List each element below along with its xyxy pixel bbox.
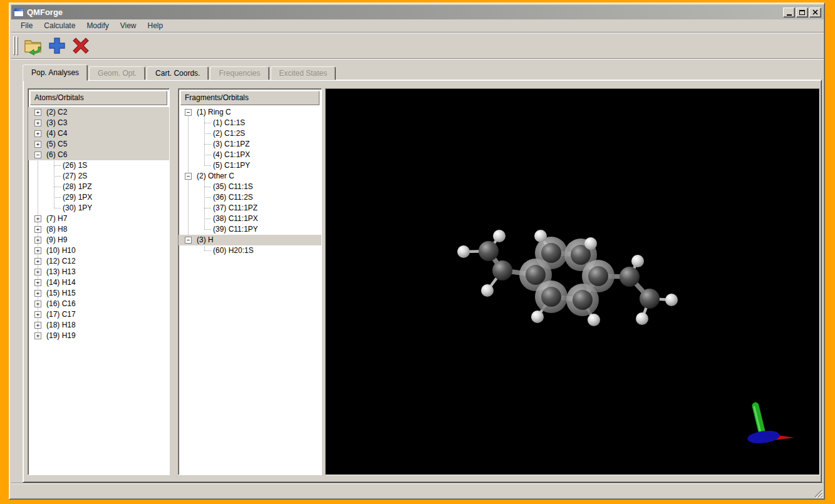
atoms-tree-item-17-c17[interactable]: +(17) C17 (28, 309, 169, 320)
add-plus-icon (47, 36, 67, 56)
titlebar[interactable]: QMForge (11, 5, 824, 19)
atom-C[interactable] (492, 260, 512, 280)
atoms-tree-item-4-c4[interactable]: +(4) C4 (28, 128, 169, 139)
atoms-tree-item-16-c16[interactable]: +(16) C16 (28, 299, 169, 309)
close-button[interactable] (809, 8, 821, 18)
fragments-tree-item-2-c1-2s[interactable]: (2) C1:2S (179, 128, 321, 139)
fragments-tree-item-39-c11-1py[interactable]: (39) C11:1PY (179, 224, 321, 235)
atoms-tree-item-30-1py[interactable]: (30) 1PY (28, 203, 169, 213)
tab-frequencies[interactable]: Frequencies (210, 66, 269, 80)
fragments-tree-item-2-other-c[interactable]: −(2) Other C (179, 171, 321, 182)
expand-toggle-icon[interactable]: + (34, 237, 41, 244)
open-file-button[interactable] (21, 34, 45, 57)
atoms-tree-item-10-h10[interactable]: +(10) H10 (28, 245, 169, 256)
add-button[interactable] (45, 34, 69, 57)
atoms-tree-item-28-1pz[interactable]: (28) 1PZ (28, 182, 169, 192)
expand-toggle-icon[interactable]: + (34, 141, 41, 148)
atoms-tree-item-27-2s[interactable]: (27) 2S (28, 171, 169, 182)
fragments-tree-item-37-c11-1pz[interactable]: (37) C11:1PZ (179, 203, 321, 213)
expand-toggle-icon[interactable]: + (34, 290, 41, 297)
atom-H[interactable] (481, 284, 494, 297)
atom-H[interactable] (636, 312, 648, 325)
expand-toggle-icon[interactable]: + (34, 322, 41, 329)
atoms-tree-item-12-c12[interactable]: +(12) C12 (28, 256, 169, 267)
fragments-tree-item-5-c1-1py[interactable]: (5) C1:1PY (179, 160, 321, 171)
atoms-tree-item-19-h19[interactable]: +(19) H19 (28, 331, 169, 341)
fragments-tree-item-35-c11-1s[interactable]: (35) C11:1S (179, 182, 321, 192)
menu-item-file[interactable]: File (15, 20, 38, 32)
fragments-tree-item-4-c1-1px[interactable]: (4) C1:1PX (179, 150, 321, 160)
atom-C[interactable] (526, 265, 546, 285)
collapse-toggle-icon[interactable]: − (185, 173, 192, 180)
fragments-tree-item-3-h[interactable]: −(3) H (179, 235, 321, 245)
expand-toggle-icon[interactable]: + (34, 120, 41, 126)
expand-toggle-icon[interactable]: + (34, 269, 41, 275)
atoms-tree-item-14-h14[interactable]: +(14) H14 (28, 277, 169, 288)
expand-toggle-icon[interactable]: + (34, 109, 41, 116)
collapse-toggle-icon[interactable]: − (34, 152, 41, 158)
tab-pop-analyses[interactable]: Pop. Analyses (23, 64, 88, 81)
atom-H[interactable] (493, 230, 506, 242)
atoms-tree-item-5-c5[interactable]: +(5) C5 (28, 139, 169, 150)
atom-C[interactable] (640, 289, 660, 309)
menu-item-modify[interactable]: Modify (81, 20, 114, 32)
atom-C[interactable] (588, 266, 608, 286)
menu-item-help[interactable]: Help (142, 20, 169, 32)
collapse-toggle-icon[interactable]: − (185, 109, 192, 116)
fragments-tree-item-38-c11-1px[interactable]: (38) C11:1PX (179, 213, 321, 224)
atoms-tree-item-8-h8[interactable]: +(8) H8 (28, 224, 169, 235)
expand-toggle-icon[interactable]: + (34, 226, 41, 233)
atoms-tree-item-7-h7[interactable]: +(7) H7 (28, 213, 169, 224)
expand-toggle-icon[interactable]: + (34, 247, 41, 254)
atoms-tree-item-15-h15[interactable]: +(15) H15 (28, 288, 169, 299)
tab-cart-coords[interactable]: Cart. Coords. (147, 66, 209, 80)
expand-toggle-icon[interactable]: + (34, 215, 41, 222)
atom-H[interactable] (457, 245, 470, 258)
atom-H[interactable] (531, 311, 544, 323)
atoms-tree-item-3-c3[interactable]: +(3) C3 (28, 118, 169, 128)
atom-C[interactable] (541, 287, 561, 307)
tab-geom-opt[interactable]: Geom. Opt. (89, 66, 145, 80)
atoms-tree-item-13-h13[interactable]: +(13) H13 (28, 267, 169, 277)
atoms-tree-item-6-c6[interactable]: −(6) C6 (28, 150, 169, 160)
molecule-viewer[interactable] (325, 88, 820, 475)
collapse-toggle-icon[interactable]: − (185, 237, 192, 244)
atoms-tree-item-18-h18[interactable]: +(18) H18 (28, 320, 169, 331)
toolbar-gripper[interactable] (13, 36, 18, 55)
tree-item-label: (28) 1PZ (28, 182, 92, 192)
atom-C[interactable] (541, 243, 561, 263)
expand-toggle-icon[interactable]: + (34, 301, 41, 307)
maximize-button[interactable] (796, 8, 808, 18)
fragments-tree-item-36-c11-2s[interactable]: (36) C11:2S (179, 192, 321, 203)
atom-H[interactable] (534, 230, 547, 242)
atom-H[interactable] (588, 314, 600, 326)
expand-toggle-icon[interactable]: + (34, 258, 41, 265)
expand-toggle-icon[interactable]: + (34, 332, 41, 339)
fragments-tree-item-60-h20-1s[interactable]: (60) H20:1S (179, 245, 321, 256)
atom-C[interactable] (620, 267, 640, 287)
atom-C[interactable] (573, 290, 593, 310)
resize-grip[interactable] (814, 489, 823, 498)
delete-button[interactable] (69, 34, 93, 57)
atom-C[interactable] (479, 241, 499, 261)
atoms-tree-item-9-h9[interactable]: +(9) H9 (28, 235, 169, 245)
expand-toggle-icon[interactable]: + (34, 130, 41, 137)
atoms-tree-item-2-c2[interactable]: +(2) C2 (28, 107, 169, 118)
fragments-tree-item-1-c1-1s[interactable]: (1) C1:1S (179, 118, 321, 128)
atom-H[interactable] (631, 255, 644, 267)
fragments-tree-item-3-c1-1pz[interactable]: (3) C1:1PZ (179, 139, 321, 150)
atom-H[interactable] (665, 294, 678, 306)
fragments-tree-item-1-ring-c[interactable]: −(1) Ring C (179, 107, 321, 118)
tree-item-label: (4) C1:1PX (179, 150, 250, 160)
atoms-tree-item-29-1px[interactable]: (29) 1PX (28, 192, 169, 203)
menu-item-view[interactable]: View (115, 20, 142, 32)
atoms-tree-item-26-1s[interactable]: (26) 1S (28, 160, 169, 171)
menu-item-calculate[interactable]: Calculate (38, 20, 81, 32)
atom-H[interactable] (584, 237, 597, 250)
expand-toggle-icon[interactable]: + (34, 279, 41, 286)
expand-toggle-icon[interactable]: + (34, 311, 41, 318)
minimize-button[interactable] (783, 8, 795, 18)
tab-excited-states[interactable]: Excited States (271, 66, 336, 80)
molecule-canvas[interactable] (326, 89, 819, 475)
desktop-background: { "window": { "title": "QMForge", "contr… (0, 0, 835, 504)
